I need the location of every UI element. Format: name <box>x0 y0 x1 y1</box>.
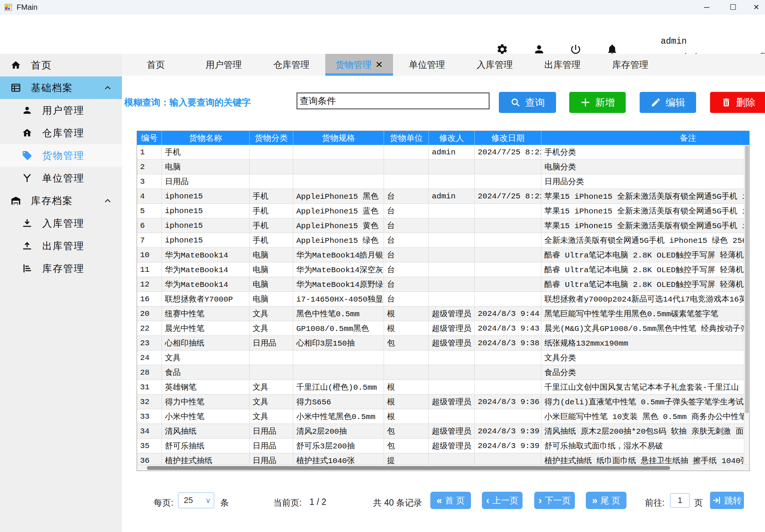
tab-入库管理[interactable]: 入库管理 <box>461 54 529 76</box>
table-row[interactable]: 3日用品日用品分类 <box>137 174 750 189</box>
新增-button[interactable]: 新增 <box>569 92 626 113</box>
sidebar-item-用户管理[interactable]: 用户管理 <box>0 99 122 122</box>
chevron-icon: « <box>437 495 442 505</box>
sidebar-item-货物管理[interactable]: 货物管理 <box>0 144 122 167</box>
table-row[interactable]: 10华为MateBook14电脑华为MateBook14皓月银台酷睿 Ultra… <box>137 248 750 262</box>
cell: 4 <box>137 189 162 204</box>
sidebar-item-入库管理[interactable]: 入库管理 <box>0 212 122 235</box>
page-nav-下一页-button[interactable]: ›下一页 <box>534 492 575 509</box>
grid-icon <box>11 82 21 93</box>
cell: 23 <box>137 336 162 351</box>
tab-库存管理[interactable]: 库存管理 <box>596 54 664 76</box>
column-header-编号[interactable]: 编号 <box>137 131 162 145</box>
jump-button[interactable]: 跳转 <box>710 492 744 509</box>
sidebar-item-单位管理[interactable]: 单位管理 <box>0 167 122 189</box>
sidebar-item-库存管理[interactable]: 库存管理 <box>0 257 122 280</box>
cell <box>429 277 475 292</box>
tab-出库管理[interactable]: 出库管理 <box>529 54 596 76</box>
person-icon <box>22 105 32 116</box>
table-row[interactable]: 5iphone15手机AppleiPhone15 蓝色台苹果15 iPhone1… <box>137 204 750 218</box>
inbound-icon <box>22 218 32 229</box>
tab-单位管理[interactable]: 单位管理 <box>393 54 461 76</box>
per-page-select[interactable]: 25 ∨ <box>178 492 214 508</box>
table-row[interactable]: 32得力中性笔文具得力S656根超级管理员2024/8/3 9:36得力(del… <box>137 395 750 409</box>
cell: 晨光中性笔 <box>162 321 250 336</box>
app-icon <box>4 3 13 12</box>
cell: 超级管理员 <box>429 439 475 453</box>
cell <box>429 292 475 306</box>
tab-用户管理[interactable]: 用户管理 <box>190 54 258 76</box>
cell: 2024/7/25 8:21 <box>475 145 541 160</box>
search-input[interactable] <box>297 93 489 109</box>
sidebar-item-库存档案[interactable]: 库存档案 <box>0 189 122 212</box>
cell <box>475 351 541 365</box>
cell: 16 <box>137 292 162 306</box>
cell: 苹果15 iPhone15 全新未激活美版有锁全网通5G手机 iPho <box>541 218 750 233</box>
tab-label: 库存管理 <box>612 59 648 71</box>
tab-close-icon[interactable]: ✕ <box>375 59 383 70</box>
page-nav-首页-button[interactable]: «首 页 <box>430 492 471 509</box>
cell: 清风抽纸 <box>162 424 250 439</box>
chevron-up-icon[interactable] <box>103 83 112 92</box>
column-header-备注[interactable]: 备注 <box>541 131 750 145</box>
column-header-修改日期[interactable]: 修改日期 <box>475 131 541 145</box>
cell <box>293 174 384 189</box>
cell <box>250 351 293 365</box>
sidebar-item-label: 库存管理 <box>42 262 84 275</box>
table-row[interactable]: 31英雄钢笔文具千里江山(橙色)0.5mm根千里江山文创中国风复古笔记本本子礼盒… <box>137 380 750 395</box>
table-row[interactable]: 22晨光中性笔文具GP1008/0.5mm黑色根超级管理员2024/8/3 9:… <box>137 321 750 336</box>
cell: 24 <box>137 351 162 365</box>
tab-货物管理[interactable]: 货物管理✕ <box>325 54 393 76</box>
maximize-button[interactable]: ☐ <box>722 0 744 14</box>
编辑-button[interactable]: 编辑 <box>640 92 696 113</box>
删除-button[interactable]: 删除 <box>710 92 765 113</box>
column-header-货物名称[interactable]: 货物名称 <box>162 131 250 145</box>
sidebar-item-仓库管理[interactable]: 仓库管理 <box>0 122 122 144</box>
horizontal-scrollbar[interactable] <box>137 465 749 471</box>
table-row[interactable]: 2电脑电脑分类 <box>137 160 750 174</box>
table-row[interactable]: 24文具文具分类 <box>137 351 750 365</box>
cell <box>475 365 541 380</box>
cell: 手机 <box>250 204 293 218</box>
cell: 台 <box>384 277 429 292</box>
table-row[interactable]: 23心相印抽纸日用品心相印3层150抽包超级管理员2024/8/3 9:38纸张… <box>137 336 750 351</box>
sidebar-item-label: 基础档案 <box>31 81 73 95</box>
chevron-up-icon[interactable] <box>103 196 112 205</box>
cell: 手机 <box>250 218 293 233</box>
cell <box>429 204 475 218</box>
vertical-scrollbar[interactable] <box>744 145 749 465</box>
table-row[interactable]: 1手机admin2024/7/25 8:21手机分类 <box>137 145 750 160</box>
minimize-button[interactable]: ─ <box>696 0 718 14</box>
sidebar-item-首页[interactable]: 首页 <box>0 54 122 76</box>
table-row[interactable]: 28食品食品分类 <box>137 365 750 380</box>
查询-button[interactable]: 查询 <box>499 92 556 113</box>
table-row[interactable]: 6iphone15手机AppleiPhone15 黄色台苹果15 iPhone1… <box>137 218 750 233</box>
table-row[interactable]: 11华为MateBook14电脑华为MateBook14深空灰台酷睿 Ultra… <box>137 262 750 277</box>
sidebar-item-出库管理[interactable]: 出库管理 <box>0 235 122 257</box>
table-row[interactable]: 16联想拯救者Y7000P电脑i7-14650HX-4050独显台联想拯救者y7… <box>137 292 750 306</box>
column-header-修改人[interactable]: 修改人 <box>429 131 475 145</box>
page-nav-尾页-button[interactable]: »尾 页 <box>586 492 626 509</box>
page-nav-上一页-button[interactable]: ‹上一页 <box>482 492 523 509</box>
tab-首页[interactable]: 首页 <box>122 54 190 76</box>
cell: 20 <box>137 306 162 321</box>
cell: 电脑分类 <box>541 160 750 174</box>
tab-label: 出库管理 <box>544 59 581 71</box>
column-header-货物单位[interactable]: 货物单位 <box>384 131 429 145</box>
sidebar-item-label: 单位管理 <box>42 172 84 185</box>
table-row[interactable]: 35舒可乐抽纸日用品舒可乐3层200抽包超级管理员2024/8/3 9:39舒可… <box>137 439 750 453</box>
table-row[interactable]: 20纽赛中性笔文具黑色中性笔0.5mm根超级管理员2024/8/3 9:44黑笔… <box>137 306 750 321</box>
column-header-货物分类[interactable]: 货物分类 <box>250 131 293 145</box>
goto-page-input[interactable] <box>670 493 690 508</box>
tab-仓库管理[interactable]: 仓库管理 <box>258 54 325 76</box>
column-header-货物规格[interactable]: 货物规格 <box>293 131 384 145</box>
close-button[interactable]: ✕ <box>748 0 765 14</box>
table-row[interactable]: 34清风抽纸日用品清风2层200抽包超级管理员2024/8/3 9:39清风抽纸… <box>137 424 750 439</box>
table-row[interactable]: 4iphone15手机AppleiPhone15 黑色台admin2024/7/… <box>137 189 750 204</box>
table-row[interactable]: 7iphone15手机AppleiPhone15 绿色台全新未激活美版有锁全网通… <box>137 233 750 248</box>
cell: 12 <box>137 277 162 292</box>
table-row[interactable]: 12华为MateBook14电脑华为MateBook14原野绿台酷睿 Ultra… <box>137 277 750 292</box>
sidebar-item-基础档案[interactable]: 基础档案 <box>0 76 122 99</box>
table-row[interactable]: 33小米中性笔文具小米中性笔黑色0.5mm根小米巨能写中性笔 10支装 黑色 0… <box>137 409 750 424</box>
cell: 文具分类 <box>541 351 750 365</box>
